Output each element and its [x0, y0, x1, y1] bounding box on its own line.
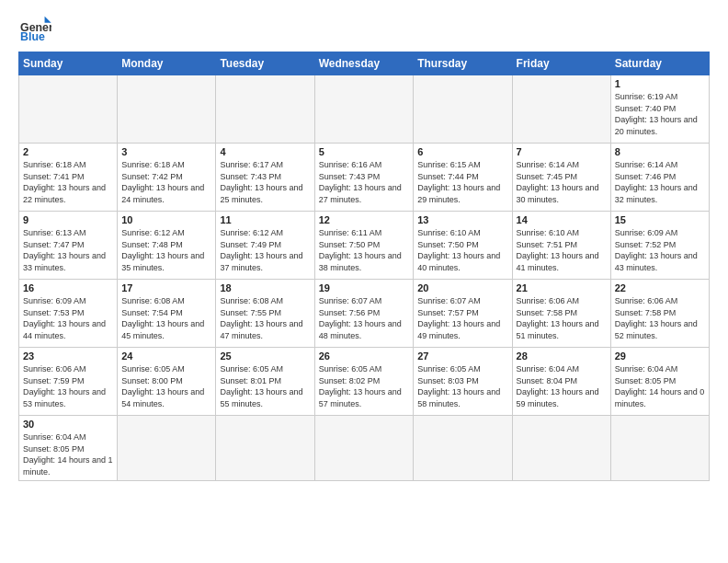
day-info: Sunrise: 6:18 AM Sunset: 7:42 PM Dayligh…	[121, 159, 211, 205]
day-number: 28	[517, 350, 607, 362]
day-header-saturday: Saturday	[610, 52, 709, 75]
day-number: 27	[417, 350, 507, 362]
calendar-cell: 23Sunrise: 6:06 AM Sunset: 7:59 PM Dayli…	[19, 348, 118, 416]
day-info: Sunrise: 6:04 AM Sunset: 8:05 PM Dayligh…	[23, 431, 113, 477]
day-number: 24	[121, 350, 211, 362]
logo-icon: General Blue	[18, 15, 51, 42]
day-number: 15	[615, 214, 705, 225]
day-number: 6	[417, 146, 507, 157]
day-info: Sunrise: 6:14 AM Sunset: 7:45 PM Dayligh…	[517, 159, 607, 205]
day-number: 29	[615, 350, 705, 362]
day-number: 20	[417, 282, 507, 293]
day-info: Sunrise: 6:13 AM Sunset: 7:47 PM Dayligh…	[23, 227, 113, 273]
page: General Blue SundayMondayTuesdayWednesda…	[0, 0, 728, 490]
calendar-cell	[19, 75, 118, 144]
svg-text:Blue: Blue	[20, 30, 45, 42]
day-number: 16	[23, 282, 113, 293]
calendar: SundayMondayTuesdayWednesdayThursdayFrid…	[18, 52, 710, 481]
calendar-cell: 25Sunrise: 6:05 AM Sunset: 8:01 PM Dayli…	[216, 348, 314, 416]
day-info: Sunrise: 6:06 AM Sunset: 7:58 PM Dayligh…	[517, 295, 607, 341]
calendar-cell: 21Sunrise: 6:06 AM Sunset: 7:58 PM Dayli…	[512, 280, 610, 348]
calendar-cell: 30Sunrise: 6:04 AM Sunset: 8:05 PM Dayli…	[19, 416, 118, 481]
day-info: Sunrise: 6:08 AM Sunset: 7:54 PM Dayligh…	[121, 295, 211, 341]
calendar-cell: 5Sunrise: 6:16 AM Sunset: 7:43 PM Daylig…	[314, 144, 414, 212]
calendar-cell	[118, 75, 216, 144]
header: General Blue	[18, 15, 710, 42]
day-number: 5	[319, 146, 410, 157]
day-header-tuesday: Tuesday	[216, 52, 314, 75]
day-number: 4	[220, 146, 310, 157]
day-header-wednesday: Wednesday	[314, 52, 414, 75]
calendar-cell: 15Sunrise: 6:09 AM Sunset: 7:52 PM Dayli…	[610, 212, 709, 280]
day-header-monday: Monday	[118, 52, 216, 75]
day-info: Sunrise: 6:07 AM Sunset: 7:56 PM Dayligh…	[319, 295, 410, 341]
day-info: Sunrise: 6:05 AM Sunset: 8:00 PM Dayligh…	[121, 363, 211, 409]
calendar-cell	[414, 75, 512, 144]
day-number: 10	[121, 214, 211, 225]
calendar-cell: 6Sunrise: 6:15 AM Sunset: 7:44 PM Daylig…	[414, 144, 512, 212]
day-number: 26	[319, 350, 410, 362]
day-info: Sunrise: 6:17 AM Sunset: 7:43 PM Dayligh…	[220, 159, 310, 205]
day-info: Sunrise: 6:12 AM Sunset: 7:49 PM Dayligh…	[220, 227, 310, 273]
calendar-cell: 14Sunrise: 6:10 AM Sunset: 7:51 PM Dayli…	[512, 212, 610, 280]
day-info: Sunrise: 6:10 AM Sunset: 7:50 PM Dayligh…	[417, 227, 507, 273]
day-header-friday: Friday	[512, 52, 610, 75]
day-number: 22	[615, 282, 705, 293]
day-info: Sunrise: 6:05 AM Sunset: 8:03 PM Dayligh…	[417, 363, 507, 409]
day-number: 9	[23, 214, 113, 225]
calendar-cell: 2Sunrise: 6:18 AM Sunset: 7:41 PM Daylig…	[19, 144, 118, 212]
day-info: Sunrise: 6:05 AM Sunset: 8:02 PM Dayligh…	[319, 363, 410, 409]
day-number: 14	[517, 214, 607, 225]
calendar-cell	[512, 75, 610, 144]
day-number: 3	[121, 146, 211, 157]
calendar-cell: 12Sunrise: 6:11 AM Sunset: 7:50 PM Dayli…	[314, 212, 414, 280]
calendar-cell	[118, 416, 216, 481]
day-number: 23	[23, 350, 113, 362]
day-info: Sunrise: 6:16 AM Sunset: 7:43 PM Dayligh…	[319, 159, 410, 205]
calendar-cell: 10Sunrise: 6:12 AM Sunset: 7:48 PM Dayli…	[118, 212, 216, 280]
day-info: Sunrise: 6:10 AM Sunset: 7:51 PM Dayligh…	[517, 227, 607, 273]
day-info: Sunrise: 6:04 AM Sunset: 8:05 PM Dayligh…	[615, 363, 705, 409]
day-info: Sunrise: 6:08 AM Sunset: 7:55 PM Dayligh…	[220, 295, 310, 341]
day-info: Sunrise: 6:11 AM Sunset: 7:50 PM Dayligh…	[319, 227, 410, 273]
logo: General Blue	[18, 15, 51, 42]
day-info: Sunrise: 6:19 AM Sunset: 7:40 PM Dayligh…	[615, 91, 705, 137]
calendar-cell: 22Sunrise: 6:06 AM Sunset: 7:58 PM Dayli…	[610, 280, 709, 348]
day-number: 11	[220, 214, 310, 225]
calendar-cell	[216, 416, 314, 481]
calendar-cell	[610, 416, 709, 481]
day-number: 13	[417, 214, 507, 225]
day-number: 12	[319, 214, 410, 225]
day-info: Sunrise: 6:18 AM Sunset: 7:41 PM Dayligh…	[23, 159, 113, 205]
day-info: Sunrise: 6:06 AM Sunset: 7:58 PM Dayligh…	[615, 295, 705, 341]
day-info: Sunrise: 6:09 AM Sunset: 7:53 PM Dayligh…	[23, 295, 113, 341]
day-number: 30	[23, 419, 113, 430]
calendar-cell: 24Sunrise: 6:05 AM Sunset: 8:00 PM Dayli…	[118, 348, 216, 416]
calendar-cell: 19Sunrise: 6:07 AM Sunset: 7:56 PM Dayli…	[314, 280, 414, 348]
calendar-cell: 4Sunrise: 6:17 AM Sunset: 7:43 PM Daylig…	[216, 144, 314, 212]
day-number: 21	[517, 282, 607, 293]
calendar-cell: 7Sunrise: 6:14 AM Sunset: 7:45 PM Daylig…	[512, 144, 610, 212]
calendar-cell: 27Sunrise: 6:05 AM Sunset: 8:03 PM Dayli…	[414, 348, 512, 416]
calendar-cell: 17Sunrise: 6:08 AM Sunset: 7:54 PM Dayli…	[118, 280, 216, 348]
calendar-cell: 20Sunrise: 6:07 AM Sunset: 7:57 PM Dayli…	[414, 280, 512, 348]
calendar-cell: 29Sunrise: 6:04 AM Sunset: 8:05 PM Dayli…	[610, 348, 709, 416]
calendar-cell: 8Sunrise: 6:14 AM Sunset: 7:46 PM Daylig…	[610, 144, 709, 212]
calendar-cell: 16Sunrise: 6:09 AM Sunset: 7:53 PM Dayli…	[19, 280, 118, 348]
day-number: 25	[220, 350, 310, 362]
calendar-cell: 11Sunrise: 6:12 AM Sunset: 7:49 PM Dayli…	[216, 212, 314, 280]
day-header-sunday: Sunday	[19, 52, 118, 75]
calendar-cell: 9Sunrise: 6:13 AM Sunset: 7:47 PM Daylig…	[19, 212, 118, 280]
day-number: 18	[220, 282, 310, 293]
day-number: 1	[615, 78, 705, 89]
day-info: Sunrise: 6:14 AM Sunset: 7:46 PM Dayligh…	[615, 159, 705, 205]
day-info: Sunrise: 6:15 AM Sunset: 7:44 PM Dayligh…	[417, 159, 507, 205]
day-header-thursday: Thursday	[414, 52, 512, 75]
calendar-cell: 28Sunrise: 6:04 AM Sunset: 8:04 PM Dayli…	[512, 348, 610, 416]
calendar-cell: 1Sunrise: 6:19 AM Sunset: 7:40 PM Daylig…	[610, 75, 709, 144]
day-info: Sunrise: 6:06 AM Sunset: 7:59 PM Dayligh…	[23, 363, 113, 409]
day-number: 19	[319, 282, 410, 293]
calendar-cell: 26Sunrise: 6:05 AM Sunset: 8:02 PM Dayli…	[314, 348, 414, 416]
day-info: Sunrise: 6:04 AM Sunset: 8:04 PM Dayligh…	[517, 363, 607, 409]
day-number: 17	[121, 282, 211, 293]
